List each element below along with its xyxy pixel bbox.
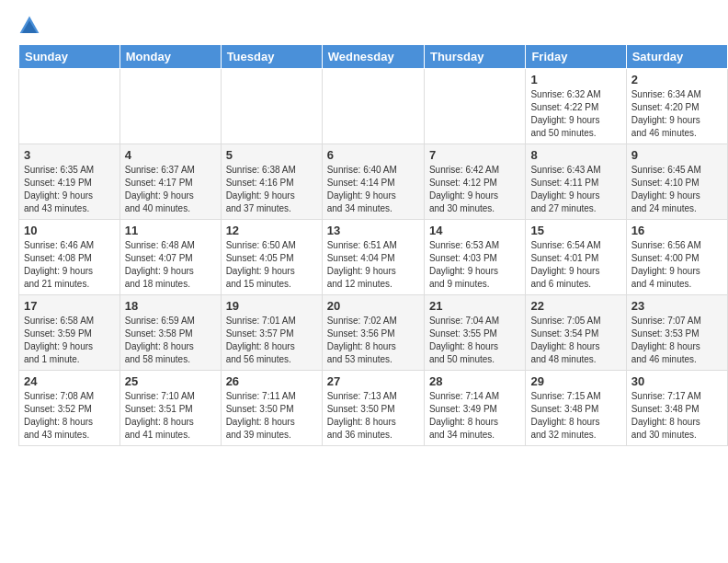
calendar-cell: 28Sunrise: 7:14 AM Sunset: 3:49 PM Dayli… — [424, 371, 525, 446]
calendar-cell: 24Sunrise: 7:08 AM Sunset: 3:52 PM Dayli… — [19, 371, 120, 446]
calendar-cell: 8Sunrise: 6:43 AM Sunset: 4:11 PM Daylig… — [526, 144, 626, 220]
header-tuesday: Tuesday — [221, 45, 322, 69]
calendar-cell: 27Sunrise: 7:13 AM Sunset: 3:50 PM Dayli… — [322, 371, 424, 446]
day-number: 21 — [429, 299, 520, 313]
day-info: Sunrise: 7:10 AM Sunset: 3:51 PM Dayligh… — [125, 390, 216, 442]
day-number: 9 — [631, 148, 722, 162]
calendar-cell: 6Sunrise: 6:40 AM Sunset: 4:14 PM Daylig… — [322, 144, 424, 220]
day-info: Sunrise: 7:17 AM Sunset: 3:48 PM Dayligh… — [631, 390, 722, 442]
day-number: 1 — [530, 73, 620, 86]
day-info: Sunrise: 6:56 AM Sunset: 4:00 PM Dayligh… — [631, 239, 722, 291]
header-saturday: Saturday — [626, 45, 727, 69]
day-number: 23 — [631, 299, 722, 313]
header-monday: Monday — [119, 45, 221, 69]
week-row-3: 10Sunrise: 6:46 AM Sunset: 4:08 PM Dayli… — [19, 220, 728, 295]
calendar-cell: 30Sunrise: 7:17 AM Sunset: 3:48 PM Dayli… — [626, 371, 727, 446]
day-number: 20 — [327, 299, 419, 313]
calendar-cell — [221, 69, 322, 144]
day-info: Sunrise: 6:37 AM Sunset: 4:17 PM Dayligh… — [125, 164, 216, 215]
calendar-cell: 26Sunrise: 7:11 AM Sunset: 3:50 PM Dayli… — [221, 371, 322, 446]
calendar-cell: 22Sunrise: 7:05 AM Sunset: 3:54 PM Dayli… — [526, 295, 626, 371]
day-number: 22 — [530, 299, 620, 313]
day-number: 24 — [24, 374, 115, 388]
day-info: Sunrise: 6:40 AM Sunset: 4:14 PM Dayligh… — [327, 164, 419, 215]
calendar-cell — [19, 69, 120, 144]
day-info: Sunrise: 7:05 AM Sunset: 3:54 PM Dayligh… — [530, 315, 620, 366]
day-number: 7 — [429, 148, 520, 162]
day-number: 6 — [327, 148, 419, 162]
header-sunday: Sunday — [19, 45, 120, 69]
header-row: SundayMondayTuesdayWednesdayThursdayFrid… — [19, 45, 728, 69]
day-number: 26 — [226, 374, 317, 388]
day-info: Sunrise: 6:32 AM Sunset: 4:22 PM Dayligh… — [530, 88, 620, 140]
calendar-cell: 17Sunrise: 6:58 AM Sunset: 3:59 PM Dayli… — [19, 295, 120, 371]
calendar-cell — [424, 69, 525, 144]
day-number: 19 — [226, 299, 317, 313]
day-info: Sunrise: 6:43 AM Sunset: 4:11 PM Dayligh… — [530, 164, 620, 215]
day-number: 25 — [125, 374, 216, 388]
day-info: Sunrise: 6:53 AM Sunset: 4:03 PM Dayligh… — [429, 239, 520, 291]
day-number: 13 — [327, 224, 419, 237]
calendar-cell: 18Sunrise: 6:59 AM Sunset: 3:58 PM Dayli… — [119, 295, 221, 371]
calendar-cell: 9Sunrise: 6:45 AM Sunset: 4:10 PM Daylig… — [626, 144, 727, 220]
header-thursday: Thursday — [424, 45, 525, 69]
day-info: Sunrise: 6:48 AM Sunset: 4:07 PM Dayligh… — [125, 239, 216, 291]
calendar-cell — [322, 69, 424, 144]
calendar-cell: 2Sunrise: 6:34 AM Sunset: 4:20 PM Daylig… — [626, 69, 727, 144]
calendar-cell: 25Sunrise: 7:10 AM Sunset: 3:51 PM Dayli… — [119, 371, 221, 446]
day-info: Sunrise: 7:15 AM Sunset: 3:48 PM Dayligh… — [530, 390, 620, 442]
day-info: Sunrise: 7:07 AM Sunset: 3:53 PM Dayligh… — [631, 315, 722, 366]
logo — [18, 15, 44, 37]
day-number: 4 — [125, 148, 216, 162]
calendar-cell: 5Sunrise: 6:38 AM Sunset: 4:16 PM Daylig… — [221, 144, 322, 220]
day-number: 18 — [125, 299, 216, 313]
day-info: Sunrise: 7:02 AM Sunset: 3:56 PM Dayligh… — [327, 315, 419, 366]
day-info: Sunrise: 6:54 AM Sunset: 4:01 PM Dayligh… — [530, 239, 620, 291]
calendar-cell: 29Sunrise: 7:15 AM Sunset: 3:48 PM Dayli… — [526, 371, 626, 446]
calendar-cell: 21Sunrise: 7:04 AM Sunset: 3:55 PM Dayli… — [424, 295, 525, 371]
calendar-cell: 12Sunrise: 6:50 AM Sunset: 4:05 PM Dayli… — [221, 220, 322, 295]
calendar-cell: 13Sunrise: 6:51 AM Sunset: 4:04 PM Dayli… — [322, 220, 424, 295]
calendar-cell: 15Sunrise: 6:54 AM Sunset: 4:01 PM Dayli… — [526, 220, 626, 295]
calendar-wrapper: SundayMondayTuesdayWednesdayThursdayFrid… — [0, 44, 728, 454]
day-info: Sunrise: 6:46 AM Sunset: 4:08 PM Dayligh… — [24, 239, 115, 291]
day-number: 29 — [530, 374, 620, 388]
day-info: Sunrise: 7:13 AM Sunset: 3:50 PM Dayligh… — [327, 390, 419, 442]
calendar-cell: 23Sunrise: 7:07 AM Sunset: 3:53 PM Dayli… — [626, 295, 727, 371]
day-info: Sunrise: 6:51 AM Sunset: 4:04 PM Dayligh… — [327, 239, 419, 291]
calendar-cell: 19Sunrise: 7:01 AM Sunset: 3:57 PM Dayli… — [221, 295, 322, 371]
day-number: 28 — [429, 374, 520, 388]
day-number: 12 — [226, 224, 317, 237]
day-info: Sunrise: 6:59 AM Sunset: 3:58 PM Dayligh… — [125, 315, 216, 366]
day-info: Sunrise: 6:38 AM Sunset: 4:16 PM Dayligh… — [226, 164, 317, 215]
header-friday: Friday — [526, 45, 626, 69]
day-number: 16 — [631, 224, 722, 237]
logo-icon — [18, 15, 40, 37]
day-number: 14 — [429, 224, 520, 237]
week-row-1: 1Sunrise: 6:32 AM Sunset: 4:22 PM Daylig… — [19, 69, 728, 144]
page-header — [0, 0, 728, 44]
week-row-2: 3Sunrise: 6:35 AM Sunset: 4:19 PM Daylig… — [19, 144, 728, 220]
calendar: SundayMondayTuesdayWednesdayThursdayFrid… — [18, 44, 728, 446]
calendar-cell: 10Sunrise: 6:46 AM Sunset: 4:08 PM Dayli… — [19, 220, 120, 295]
day-info: Sunrise: 6:42 AM Sunset: 4:12 PM Dayligh… — [429, 164, 520, 215]
day-info: Sunrise: 6:58 AM Sunset: 3:59 PM Dayligh… — [24, 315, 115, 366]
calendar-cell: 7Sunrise: 6:42 AM Sunset: 4:12 PM Daylig… — [424, 144, 525, 220]
day-info: Sunrise: 6:45 AM Sunset: 4:10 PM Dayligh… — [631, 164, 722, 215]
day-info: Sunrise: 7:11 AM Sunset: 3:50 PM Dayligh… — [226, 390, 317, 442]
day-number: 2 — [631, 73, 722, 86]
header-wednesday: Wednesday — [322, 45, 424, 69]
calendar-cell: 16Sunrise: 6:56 AM Sunset: 4:00 PM Dayli… — [626, 220, 727, 295]
day-number: 5 — [226, 148, 317, 162]
week-row-4: 17Sunrise: 6:58 AM Sunset: 3:59 PM Dayli… — [19, 295, 728, 371]
day-number: 30 — [631, 374, 722, 388]
day-info: Sunrise: 7:01 AM Sunset: 3:57 PM Dayligh… — [226, 315, 317, 366]
day-number: 15 — [530, 224, 620, 237]
calendar-header: SundayMondayTuesdayWednesdayThursdayFrid… — [19, 45, 728, 69]
calendar-cell: 3Sunrise: 6:35 AM Sunset: 4:19 PM Daylig… — [19, 144, 120, 220]
calendar-cell: 14Sunrise: 6:53 AM Sunset: 4:03 PM Dayli… — [424, 220, 525, 295]
calendar-body: 1Sunrise: 6:32 AM Sunset: 4:22 PM Daylig… — [19, 69, 728, 446]
day-number: 8 — [530, 148, 620, 162]
day-info: Sunrise: 7:04 AM Sunset: 3:55 PM Dayligh… — [429, 315, 520, 366]
calendar-cell: 1Sunrise: 6:32 AM Sunset: 4:22 PM Daylig… — [526, 69, 626, 144]
